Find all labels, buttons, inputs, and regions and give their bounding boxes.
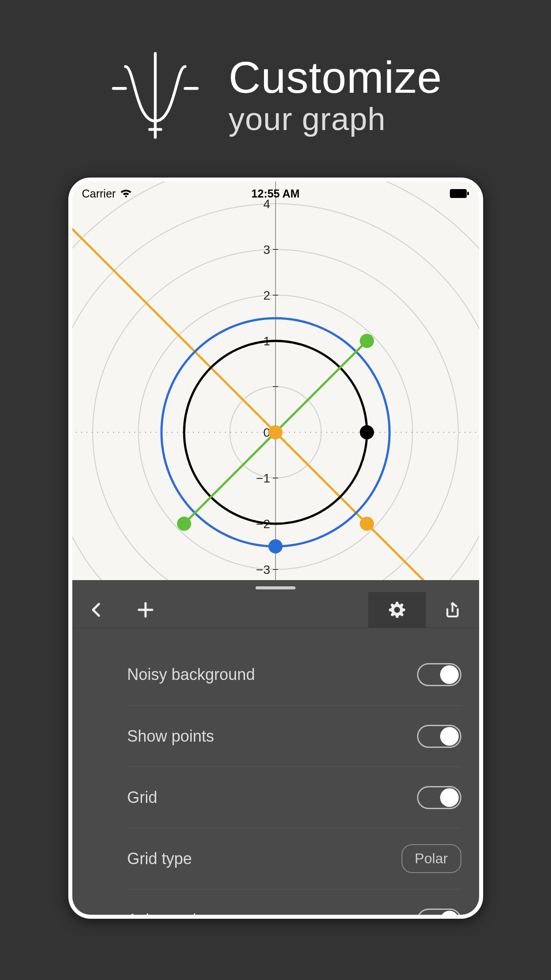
- share-button[interactable]: [426, 592, 479, 628]
- setting-label: Axis numbers: [127, 911, 224, 915]
- graph-svg: 4 3 2 1 0 −1 −2 −3: [72, 182, 479, 580]
- select-grid-type[interactable]: Polar: [401, 844, 461, 873]
- drag-handle[interactable]: [256, 586, 295, 589]
- gear-icon: [388, 601, 406, 619]
- point-orange-origin[interactable]: [268, 425, 283, 439]
- svg-rect-4: [450, 189, 467, 198]
- app-logo-icon: [109, 49, 202, 142]
- back-button[interactable]: [72, 592, 121, 628]
- promo-header: Customize your graph: [0, 0, 551, 178]
- point-orange-1[interactable]: [360, 517, 374, 531]
- svg-rect-5: [467, 192, 469, 195]
- settings-list: Noisy background Show points Grid Grid t…: [72, 628, 479, 915]
- toggle-noisy-background[interactable]: [417, 663, 461, 686]
- settings-panel: Noisy background Show points Grid Grid t…: [72, 580, 479, 915]
- setting-label: Grid: [127, 788, 157, 807]
- setting-axis-numbers: Axis numbers: [127, 889, 461, 915]
- plus-icon: [137, 601, 154, 619]
- setting-noisy-background: Noisy background: [127, 644, 461, 705]
- add-button[interactable]: [121, 592, 170, 628]
- promo-subtitle: your graph: [228, 101, 442, 137]
- phone-frame: Carrier 12:55 AM: [68, 178, 483, 919]
- promo-title: Customize: [228, 54, 442, 101]
- setting-grid-type: Grid type Polar: [127, 828, 461, 889]
- setting-label: Grid type: [127, 850, 192, 868]
- point-green-1[interactable]: [360, 334, 374, 348]
- axis-tick: 3: [263, 243, 270, 257]
- panel-toolbar: [72, 592, 479, 628]
- share-icon: [444, 601, 461, 619]
- point-green-2[interactable]: [177, 517, 191, 531]
- toggle-show-points[interactable]: [417, 725, 461, 748]
- axis-tick: −1: [256, 471, 270, 485]
- toggle-axis-numbers[interactable]: [417, 909, 461, 915]
- settings-button[interactable]: [368, 592, 426, 628]
- clock-label: 12:55 AM: [252, 187, 300, 200]
- graph-canvas[interactable]: 4 3 2 1 0 −1 −2 −3: [72, 182, 479, 580]
- setting-show-points: Show points: [127, 705, 461, 767]
- point-blue[interactable]: [268, 539, 283, 553]
- setting-grid: Grid: [127, 767, 461, 828]
- battery-icon: [450, 189, 469, 198]
- chevron-left-icon: [88, 601, 106, 619]
- carrier-label: Carrier: [82, 187, 116, 200]
- wifi-icon: [120, 189, 132, 198]
- toggle-grid[interactable]: [417, 786, 461, 809]
- point-black[interactable]: [360, 425, 374, 439]
- setting-label: Show points: [127, 727, 214, 746]
- status-bar: Carrier 12:55 AM: [72, 182, 479, 205]
- axis-tick: −3: [256, 563, 270, 577]
- axis-tick: 2: [263, 288, 270, 302]
- setting-label: Noisy background: [127, 665, 255, 684]
